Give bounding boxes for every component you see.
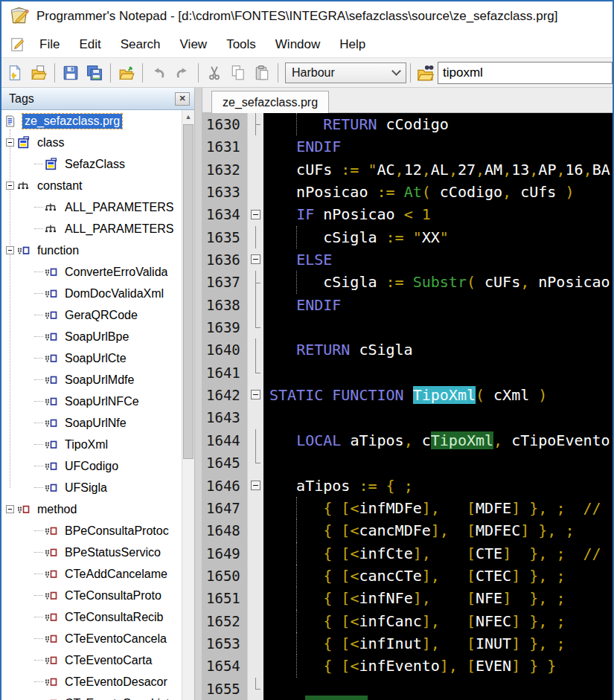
tree-item-bpeconsultaprotoc[interactable]: BPeConsultaProtoc xyxy=(1,520,182,542)
notepad-pencil-icon xyxy=(9,5,29,28)
menu-item-search[interactable]: Search xyxy=(111,34,170,55)
tree-item-label: ALL_PARAMETERS xyxy=(63,200,176,215)
code-line-1639 xyxy=(263,316,613,338)
tags-tree: ze_sefazclass.prgclassSefazClassconstant… xyxy=(1,110,182,700)
tree-item-soapurlbpe[interactable]: SoapUrlBpe xyxy=(1,326,182,347)
copy-icon[interactable] xyxy=(226,61,250,85)
tree-scrollbar[interactable]: ▲ xyxy=(182,110,194,700)
tree-item-converteerrovalida[interactable]: ConverteErroValida xyxy=(1,261,182,283)
tree-connector xyxy=(34,487,43,488)
tree-item-cteconsultaproto[interactable]: CTeConsultaProto xyxy=(1,585,182,606)
tree-item-function[interactable]: function xyxy=(1,240,182,261)
menu-item-edit[interactable]: Edit xyxy=(69,34,110,55)
tab-ze-sefazclass[interactable]: ze_sefazclass.prg xyxy=(211,91,329,113)
tree-item-all-parameters[interactable]: ALL_PARAMETERS xyxy=(1,218,182,240)
scrollbar-up-icon[interactable]: ▲ xyxy=(182,110,194,123)
tree-connector xyxy=(34,336,43,337)
code-line-1648: { [<cancMDFe], [MDFEC] }, ; xyxy=(263,519,613,542)
fold-marker xyxy=(248,632,263,655)
menu-item-tools[interactable]: Tools xyxy=(217,34,266,55)
code-line-1630: RETURN cCodigo xyxy=(263,113,613,135)
line-number: 1652 xyxy=(206,610,247,632)
class-icon xyxy=(17,136,31,149)
line-number: 1646 xyxy=(206,475,247,497)
tree-item-soapurlmdfe[interactable]: SoapUrlMdfe xyxy=(1,369,182,391)
code-area[interactable]: RETURN cCodigo ENDIF cUFs := "AC,12,AL,2… xyxy=(263,113,613,700)
line-number: 1645 xyxy=(206,452,247,474)
find-in-files-icon[interactable] xyxy=(415,61,436,85)
cut-icon[interactable] xyxy=(202,61,226,85)
tree-item-bpestatusservico[interactable]: BPeStatusServico xyxy=(1,542,182,563)
tree-item-label: GeraQRCode xyxy=(63,308,140,323)
line-number: 1639 xyxy=(206,316,247,338)
close-icon[interactable]: ✕ xyxy=(175,92,190,106)
undo-icon[interactable] xyxy=(147,61,170,85)
save-all-icon[interactable] xyxy=(83,61,106,85)
tree-item-method[interactable]: method xyxy=(1,498,182,520)
fold-collapse-icon[interactable] xyxy=(248,475,263,497)
tree-item-cteeventosoaplist[interactable]: CTeEventoSoapList xyxy=(1,693,182,700)
tree-item-ufsigla[interactable]: UFSigla xyxy=(1,477,182,498)
fold-collapse-icon[interactable] xyxy=(248,203,263,225)
open-file-icon[interactable] xyxy=(27,61,51,85)
tree-item-label: CTeEventoDesacor xyxy=(63,675,170,690)
tree-item-ze-sefazclass-prg[interactable]: ze_sefazclass.prg xyxy=(1,110,182,132)
tree-item-cteconsultarecib[interactable]: CTeConsultaRecib xyxy=(1,606,182,628)
function-icon xyxy=(45,460,58,472)
tree-item-geraqrcode[interactable]: GeraQRCode xyxy=(1,304,182,326)
fold-collapse-icon[interactable] xyxy=(248,248,263,271)
menu-item-view[interactable]: View xyxy=(170,34,217,55)
menu-item-file[interactable]: File xyxy=(30,34,69,55)
tree-item-label: ConverteErroValida xyxy=(63,265,170,280)
tree-connector xyxy=(34,530,43,531)
line-number: 1651 xyxy=(206,587,247,609)
expander-minus-icon[interactable] xyxy=(6,246,14,254)
tree-item-label: constant xyxy=(35,179,84,193)
save-icon[interactable] xyxy=(59,61,83,85)
tree-item-class[interactable]: class xyxy=(1,132,182,153)
paste-icon[interactable] xyxy=(250,61,274,85)
tree-item-soapurlcte[interactable]: SoapUrlCte xyxy=(1,347,182,369)
method-icon xyxy=(17,503,31,516)
fold-margin[interactable] xyxy=(247,113,263,700)
search-input[interactable] xyxy=(438,62,613,84)
tree-item-all-parameters[interactable]: ALL_PARAMETERS xyxy=(1,196,182,218)
expander-minus-icon[interactable] xyxy=(6,505,14,513)
tree-item-label: CTeEventoCarta xyxy=(63,653,154,668)
code-line-1635: cSigla := "XX" xyxy=(263,226,613,248)
tree-item-cteaddcancelame[interactable]: CTeAddCancelame xyxy=(1,563,182,585)
line-number: 1650 xyxy=(206,565,247,587)
fold-marker xyxy=(248,226,263,248)
expander-minus-icon[interactable] xyxy=(6,138,14,147)
tree-item-tipoxml[interactable]: TipoXml xyxy=(1,434,182,455)
menu-item-window[interactable]: Window xyxy=(266,34,330,55)
constant-icon xyxy=(17,179,31,192)
tree-item-domdocvalidaxml[interactable]: DomDocValidaXml xyxy=(1,283,182,304)
scheme-select[interactable]: Harbour xyxy=(285,62,406,83)
tree-item-constant[interactable]: constant xyxy=(1,175,182,196)
tree-item-cteeventocarta[interactable]: CTeEventoCarta xyxy=(1,649,182,671)
fold-collapse-icon[interactable] xyxy=(248,384,263,406)
code-line-1636: ELSE xyxy=(263,248,613,271)
tree-item-soapurlnfce[interactable]: SoapUrlNFCe xyxy=(1,391,182,412)
expander-minus-icon[interactable] xyxy=(6,182,14,190)
tree-item-soapurlnfe[interactable]: SoapUrlNfe xyxy=(1,412,182,434)
redo-icon[interactable] xyxy=(170,61,194,85)
project-open-icon[interactable] xyxy=(115,61,138,85)
tree-item-ufcodigo[interactable]: UFCodigo xyxy=(1,455,182,477)
toolbar-separator xyxy=(278,63,278,83)
tree-item-label: CTeConsultaProto xyxy=(63,588,164,603)
menu-item-help[interactable]: Help xyxy=(330,34,375,55)
tree-connector xyxy=(34,595,43,596)
code-line-1649: { [<infCte], [CTE] }, ; // xyxy=(263,542,613,565)
tree-item-label: CTeConsultaRecib xyxy=(63,610,166,625)
function-icon xyxy=(45,309,58,321)
tree-item-sefazclass[interactable]: SefazClass xyxy=(1,153,182,175)
line-number: 1637 xyxy=(206,271,247,293)
new-file-icon[interactable] xyxy=(3,61,27,85)
toolbar-separator xyxy=(142,63,143,83)
tree-item-cteeventodesacor[interactable]: CTeEventoDesacor xyxy=(1,671,182,693)
scrollbar-thumb[interactable] xyxy=(183,124,194,459)
panel-splitter[interactable] xyxy=(195,88,202,700)
tree-item-cteeventocancela[interactable]: CTeEventoCancela xyxy=(1,628,182,649)
